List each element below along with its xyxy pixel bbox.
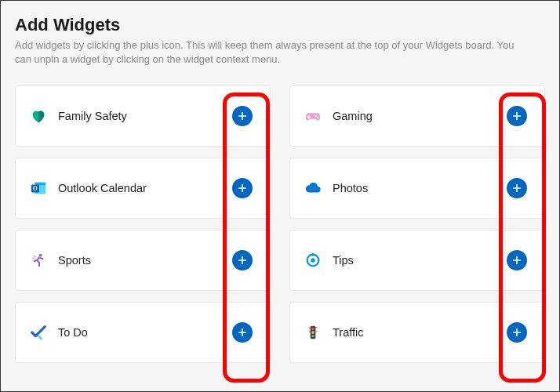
add-button[interactable] (507, 178, 527, 198)
page-subtitle: Add widgets by clicking the plus icon. T… (15, 38, 533, 67)
add-button[interactable] (232, 250, 253, 270)
gamepad-icon (304, 107, 322, 125)
traffic-light-icon (304, 324, 322, 341)
check-icon (30, 324, 47, 341)
widget-card-to-do: To Do (15, 302, 271, 363)
widget-card-family-safety: Family Safety (15, 85, 271, 147)
widget-label: Tips (333, 254, 507, 267)
svg-rect-11 (312, 253, 314, 256)
widget-card-tips: Tips (289, 230, 545, 291)
svg-point-14 (311, 332, 314, 334)
heart-shield-icon (30, 107, 47, 125)
svg-rect-1 (307, 117, 311, 118)
page-title: Add Widgets (15, 15, 545, 35)
widget-card-traffic: Traffic (289, 302, 545, 363)
widget-card-sports: Sports (15, 230, 271, 291)
widget-label: To Do (58, 326, 232, 339)
widgets-grid: Family Safety Gaming O Outlook Calendar … (15, 85, 545, 363)
add-button[interactable] (507, 322, 527, 343)
add-button[interactable] (507, 106, 527, 126)
svg-point-15 (311, 335, 314, 337)
add-button[interactable] (232, 322, 253, 343)
widget-label: Traffic (333, 326, 507, 339)
svg-text:O: O (33, 186, 38, 193)
widget-label: Sports (58, 254, 232, 267)
svg-point-10 (311, 259, 315, 263)
add-button[interactable] (232, 106, 253, 126)
svg-point-3 (317, 118, 318, 119)
widget-label: Family Safety (58, 110, 232, 122)
tips-icon (304, 252, 322, 269)
widget-card-outlook-calendar: O Outlook Calendar (15, 158, 271, 219)
cloud-icon (304, 180, 322, 197)
add-button[interactable] (232, 178, 253, 198)
widget-label: Gaming (333, 110, 507, 122)
widget-label: Outlook Calendar (58, 182, 232, 194)
calendar-icon: O (30, 180, 47, 197)
runner-icon (30, 252, 47, 269)
widget-card-gaming: Gaming (289, 85, 545, 147)
widget-label: Photos (333, 182, 507, 194)
svg-point-13 (311, 328, 314, 330)
svg-point-2 (315, 115, 317, 117)
svg-point-8 (39, 254, 42, 257)
widget-card-photos: Photos (289, 158, 545, 219)
add-button[interactable] (507, 250, 527, 270)
